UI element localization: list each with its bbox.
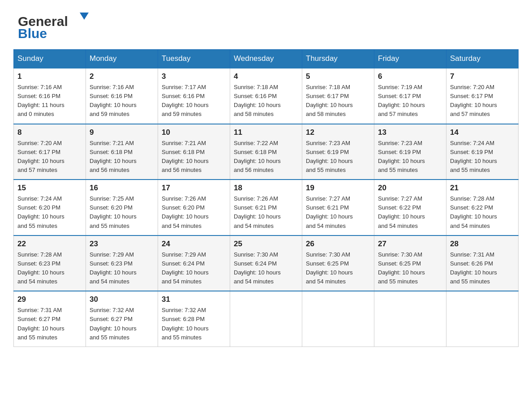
day-number: 21 (450, 184, 515, 193)
day-number: 19 (306, 184, 370, 193)
logo: General Blue (13, 9, 94, 40)
calendar-cell: 4Sunrise: 7:18 AMSunset: 6:16 PMDaylight… (230, 68, 302, 124)
day-info: Sunrise: 7:20 AMSunset: 6:17 PMDaylight:… (17, 139, 82, 175)
day-info: Sunrise: 7:23 AMSunset: 6:19 PMDaylight:… (378, 139, 442, 175)
calendar-cell: 24Sunrise: 7:29 AMSunset: 6:24 PMDayligh… (158, 235, 230, 291)
day-number: 25 (234, 240, 298, 248)
calendar-cell: 26Sunrise: 7:30 AMSunset: 6:25 PMDayligh… (302, 235, 374, 291)
day-info: Sunrise: 7:29 AMSunset: 6:24 PMDaylight:… (162, 250, 226, 287)
day-info: Sunrise: 7:24 AMSunset: 6:19 PMDaylight:… (450, 139, 515, 175)
day-number: 24 (162, 240, 226, 248)
day-info: Sunrise: 7:18 AMSunset: 6:17 PMDaylight:… (306, 83, 370, 119)
day-info: Sunrise: 7:26 AMSunset: 6:20 PMDaylight:… (162, 194, 226, 231)
day-number: 5 (306, 72, 370, 81)
day-number: 18 (234, 184, 298, 193)
day-number: 29 (17, 295, 82, 304)
day-info: Sunrise: 7:26 AMSunset: 6:21 PMDaylight:… (234, 194, 298, 231)
calendar-cell: 30Sunrise: 7:32 AMSunset: 6:27 PMDayligh… (86, 291, 158, 347)
calendar-cell: 27Sunrise: 7:30 AMSunset: 6:25 PMDayligh… (374, 235, 446, 291)
page-header: General Blue (13, 9, 519, 40)
calendar-cell: 28Sunrise: 7:31 AMSunset: 6:26 PMDayligh… (446, 235, 519, 291)
day-number: 27 (378, 240, 442, 248)
day-number: 22 (17, 240, 82, 248)
day-info: Sunrise: 7:28 AMSunset: 6:22 PMDaylight:… (450, 194, 515, 231)
calendar-header-friday: Friday (374, 50, 446, 68)
calendar-cell: 19Sunrise: 7:27 AMSunset: 6:21 PMDayligh… (302, 180, 374, 235)
calendar-header-row: SundayMondayTuesdayWednesdayThursdayFrid… (14, 50, 519, 68)
calendar-header-monday: Monday (86, 50, 158, 68)
calendar-cell: 21Sunrise: 7:28 AMSunset: 6:22 PMDayligh… (446, 180, 519, 235)
day-number: 31 (162, 295, 226, 304)
day-info: Sunrise: 7:23 AMSunset: 6:19 PMDaylight:… (306, 139, 370, 175)
calendar-cell: 29Sunrise: 7:31 AMSunset: 6:27 PMDayligh… (14, 291, 86, 347)
calendar-cell: 25Sunrise: 7:30 AMSunset: 6:24 PMDayligh… (230, 235, 302, 291)
day-number: 6 (378, 72, 442, 81)
calendar-cell: 10Sunrise: 7:21 AMSunset: 6:18 PMDayligh… (158, 124, 230, 180)
calendar-header-wednesday: Wednesday (230, 50, 302, 68)
calendar-cell: 1Sunrise: 7:16 AMSunset: 6:16 PMDaylight… (14, 68, 86, 124)
day-info: Sunrise: 7:32 AMSunset: 6:28 PMDaylight:… (162, 306, 226, 342)
day-info: Sunrise: 7:20 AMSunset: 6:17 PMDaylight:… (450, 83, 515, 119)
day-number: 30 (90, 295, 154, 304)
day-info: Sunrise: 7:25 AMSunset: 6:20 PMDaylight:… (90, 194, 154, 231)
day-info: Sunrise: 7:31 AMSunset: 6:26 PMDaylight:… (450, 250, 515, 287)
calendar-header-saturday: Saturday (446, 50, 519, 68)
calendar-cell: 6Sunrise: 7:19 AMSunset: 6:17 PMDaylight… (374, 68, 446, 124)
day-info: Sunrise: 7:19 AMSunset: 6:17 PMDaylight:… (378, 83, 442, 119)
day-info: Sunrise: 7:27 AMSunset: 6:22 PMDaylight:… (378, 194, 442, 231)
calendar-week-row: 8Sunrise: 7:20 AMSunset: 6:17 PMDaylight… (14, 124, 519, 180)
calendar-week-row: 1Sunrise: 7:16 AMSunset: 6:16 PMDaylight… (14, 68, 519, 124)
calendar-cell: 16Sunrise: 7:25 AMSunset: 6:20 PMDayligh… (86, 180, 158, 235)
day-number: 13 (378, 128, 442, 137)
calendar-cell (374, 291, 446, 347)
day-info: Sunrise: 7:18 AMSunset: 6:16 PMDaylight:… (234, 83, 298, 119)
calendar-cell: 13Sunrise: 7:23 AMSunset: 6:19 PMDayligh… (374, 124, 446, 180)
svg-marker-1 (80, 13, 89, 20)
day-number: 14 (450, 128, 515, 137)
day-info: Sunrise: 7:16 AMSunset: 6:16 PMDaylight:… (17, 83, 82, 119)
calendar-cell (302, 291, 374, 347)
calendar-cell: 31Sunrise: 7:32 AMSunset: 6:28 PMDayligh… (158, 291, 230, 347)
day-number: 10 (162, 128, 226, 137)
calendar-cell: 22Sunrise: 7:28 AMSunset: 6:23 PMDayligh… (14, 235, 86, 291)
day-info: Sunrise: 7:21 AMSunset: 6:18 PMDaylight:… (162, 139, 226, 175)
calendar-cell (446, 291, 519, 347)
day-info: Sunrise: 7:30 AMSunset: 6:25 PMDaylight:… (306, 250, 370, 287)
calendar-header-tuesday: Tuesday (158, 50, 230, 68)
day-number: 20 (378, 184, 442, 193)
day-info: Sunrise: 7:28 AMSunset: 6:23 PMDaylight:… (17, 250, 82, 287)
day-info: Sunrise: 7:22 AMSunset: 6:18 PMDaylight:… (234, 139, 298, 175)
day-info: Sunrise: 7:30 AMSunset: 6:24 PMDaylight:… (234, 250, 298, 287)
calendar-table: SundayMondayTuesdayWednesdayThursdayFrid… (13, 49, 519, 347)
calendar-cell: 14Sunrise: 7:24 AMSunset: 6:19 PMDayligh… (446, 124, 519, 180)
day-info: Sunrise: 7:29 AMSunset: 6:23 PMDaylight:… (90, 250, 154, 287)
day-number: 7 (450, 72, 515, 81)
day-number: 15 (17, 184, 82, 193)
calendar-cell: 15Sunrise: 7:24 AMSunset: 6:20 PMDayligh… (14, 180, 86, 235)
day-number: 12 (306, 128, 370, 137)
day-info: Sunrise: 7:24 AMSunset: 6:20 PMDaylight:… (17, 194, 82, 231)
calendar-cell: 23Sunrise: 7:29 AMSunset: 6:23 PMDayligh… (86, 235, 158, 291)
calendar-cell: 8Sunrise: 7:20 AMSunset: 6:17 PMDaylight… (14, 124, 86, 180)
day-info: Sunrise: 7:30 AMSunset: 6:25 PMDaylight:… (378, 250, 442, 287)
calendar-cell: 7Sunrise: 7:20 AMSunset: 6:17 PMDaylight… (446, 68, 519, 124)
day-info: Sunrise: 7:16 AMSunset: 6:16 PMDaylight:… (90, 83, 154, 119)
day-info: Sunrise: 7:17 AMSunset: 6:16 PMDaylight:… (162, 83, 226, 119)
calendar-cell: 12Sunrise: 7:23 AMSunset: 6:19 PMDayligh… (302, 124, 374, 180)
logo-svg: General Blue (13, 9, 94, 40)
day-number: 4 (234, 72, 298, 81)
day-number: 8 (17, 128, 82, 137)
day-number: 16 (90, 184, 154, 193)
day-number: 26 (306, 240, 370, 248)
calendar-cell: 2Sunrise: 7:16 AMSunset: 6:16 PMDaylight… (86, 68, 158, 124)
calendar-cell: 11Sunrise: 7:22 AMSunset: 6:18 PMDayligh… (230, 124, 302, 180)
day-number: 28 (450, 240, 515, 248)
day-number: 9 (90, 128, 154, 137)
calendar-cell: 5Sunrise: 7:18 AMSunset: 6:17 PMDaylight… (302, 68, 374, 124)
day-info: Sunrise: 7:32 AMSunset: 6:27 PMDaylight:… (90, 306, 154, 342)
day-number: 3 (162, 72, 226, 81)
day-number: 1 (17, 72, 82, 81)
calendar-cell: 3Sunrise: 7:17 AMSunset: 6:16 PMDaylight… (158, 68, 230, 124)
day-number: 23 (90, 240, 154, 248)
day-info: Sunrise: 7:21 AMSunset: 6:18 PMDaylight:… (90, 139, 154, 175)
